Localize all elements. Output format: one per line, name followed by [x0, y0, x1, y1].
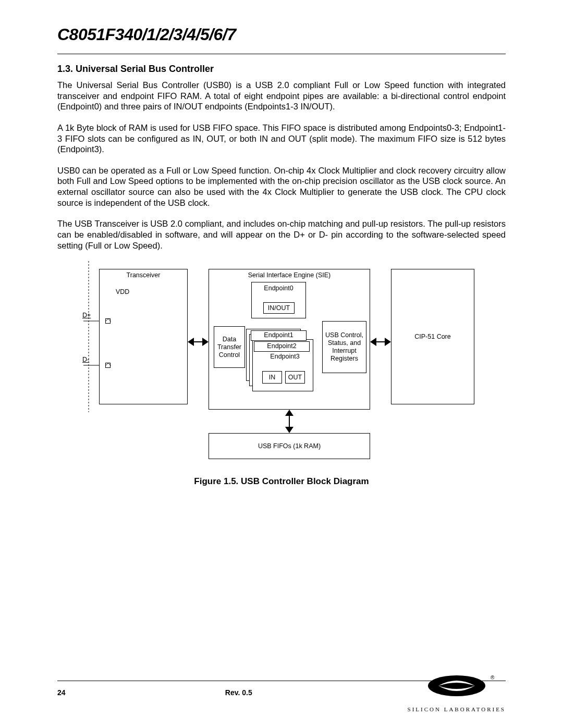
endpoint2-label: Endpoint2 — [254, 341, 310, 352]
data-transfer-control-label: Data Transfer Control — [214, 336, 244, 359]
dplus-label: D+ — [82, 312, 91, 319]
endpoint0-box: Endpoint0 IN/OUT — [251, 282, 306, 318]
transceiver-box: Transceiver — [99, 269, 188, 404]
paragraph-4: The USB Transceiver is USB 2.0 compliant… — [57, 218, 506, 251]
svg-marker-24 — [285, 427, 293, 433]
ep-out-box: OUT — [285, 371, 305, 384]
svg-marker-18 — [202, 338, 209, 346]
ep-in-box: IN — [262, 371, 282, 384]
svg-marker-21 — [385, 338, 391, 346]
endpoint1-label: Endpoint1 — [251, 330, 307, 341]
transceiver-label: Transceiver — [100, 272, 187, 279]
paragraph-3: USB0 can be operated as a Full or Low Sp… — [57, 165, 506, 208]
data-transfer-control-box: Data Transfer Control — [214, 326, 245, 368]
endpoint0-label: Endpoint0 — [252, 285, 305, 292]
sie-label: Serial Interface Engine (SIE) — [209, 272, 370, 279]
endpoint3-box: Endpoint1 Endpoint2 Endpoint3 IN OUT — [252, 339, 313, 391]
svg-text:®: ® — [491, 675, 495, 681]
usb-regs-label: USB Control, Status, and Interrupt Regis… — [325, 331, 364, 363]
usb-fifos-box: USB FIFOs (1k RAM) — [209, 433, 370, 459]
company-name: SILICON LABORATORIES — [408, 706, 506, 712]
svg-point-25 — [428, 675, 485, 696]
svg-marker-17 — [188, 338, 194, 346]
paragraph-1: The Universal Serial Bus Controller (USB… — [57, 80, 506, 112]
header-rule — [57, 54, 506, 54]
svg-marker-23 — [285, 410, 293, 416]
usb-fifos-label: USB FIFOs (1k RAM) — [258, 442, 321, 450]
section-heading: 1.3. Universal Serial Bus Controller — [57, 64, 506, 75]
revision-label: Rev. 0.5 — [225, 688, 252, 697]
company-logo: ® SILICON LABORATORIES — [408, 674, 506, 712]
figure-caption: Figure 1.5. USB Controller Block Diagram — [57, 476, 506, 487]
paragraph-2: A 1k Byte block of RAM is used for USB F… — [57, 122, 506, 155]
vdd-label: VDD — [116, 288, 129, 295]
endpoint0-inout-box: IN/OUT — [263, 302, 295, 314]
dminus-label: D- — [82, 356, 89, 363]
figure-diagram: Transceiver VDD D+ D- Serial Interface E… — [83, 261, 480, 467]
pin-dplus-icon — [105, 318, 111, 324]
page-number: 24 — [57, 688, 66, 697]
chip-title: C8051F340/1/2/3/4/5/6/7 — [57, 25, 506, 44]
cip51-box: CIP-51 Core — [391, 269, 474, 404]
usb-regs-box: USB Control, Status, and Interrupt Regis… — [322, 321, 366, 373]
endpoint3-label: Endpoint3 — [257, 352, 313, 362]
silabs-logo-icon: ® — [412, 674, 501, 703]
svg-marker-20 — [370, 338, 376, 346]
cip51-label: CIP-51 Core — [414, 333, 450, 340]
pin-dminus-icon — [105, 363, 111, 368]
